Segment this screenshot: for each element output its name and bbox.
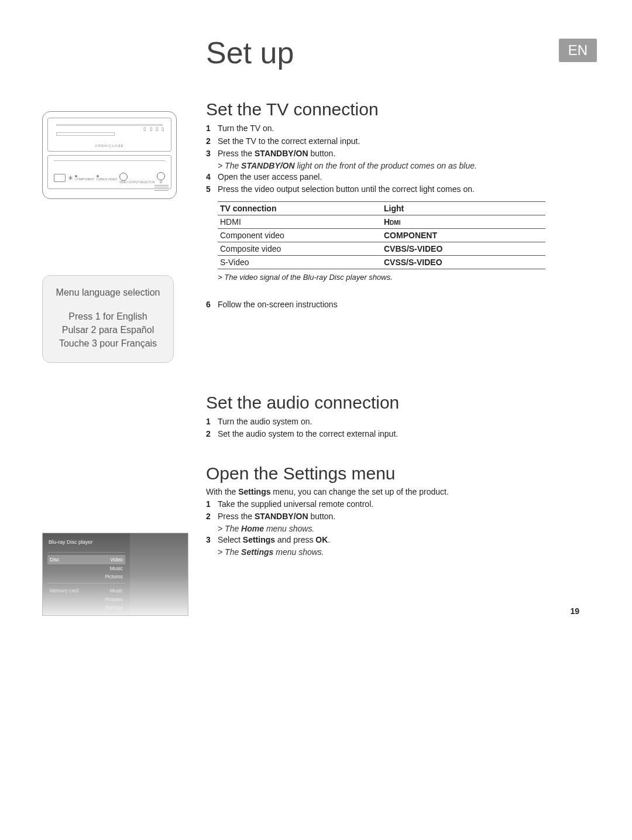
step-num: 1 — [206, 499, 218, 510]
flap-icon — [54, 174, 66, 182]
table-row: S-Video CVSS/S-VIDEO — [218, 255, 545, 269]
bluray-menu-screenshot: Blu-ray Disc player Disc Video Music Pic… — [42, 533, 188, 616]
step-num: 1 — [206, 123, 218, 135]
open-close-label: OPEN/CLOSE — [95, 144, 123, 148]
sun-icon: ✳ — [68, 174, 73, 182]
screen-disc: Disc — [50, 557, 60, 563]
vout-label: VIDEO OUTPUT SELECTION — [119, 181, 154, 184]
step-num: 3 — [206, 148, 218, 160]
step-num: 1 — [206, 416, 218, 428]
cvbs-label: CVBS/S-VIDEO — [97, 177, 118, 181]
tv-connection-table: TV connection Light HDMI Hdmi Component … — [218, 201, 545, 269]
screen-title: Blu-ray Disc player — [47, 537, 125, 550]
step-note: The Settings menu shows. — [218, 547, 579, 557]
settings-intro: With the Settings menu, you can change t… — [206, 487, 579, 496]
menu-lang-title: Menu language selection — [51, 287, 165, 298]
table-row: Component video COMPONENT — [218, 228, 545, 242]
tv-connection-heading: Set the TV connection — [206, 100, 579, 119]
step-text: Turn the TV on. — [218, 123, 274, 135]
step-num: 3 — [206, 534, 218, 546]
step-num: 6 — [206, 299, 218, 311]
component-label: COMPONENT — [75, 177, 94, 181]
table-head-light: Light — [382, 201, 545, 215]
screen-row-disc: Disc Video — [47, 555, 125, 564]
table-note: The video signal of the Blu-ray Disc pla… — [218, 273, 579, 282]
step-text: Select Settings and press OK. — [218, 534, 330, 546]
settings-menu-heading: Open the Settings menu — [206, 464, 579, 484]
step-text: Take the supplied universal remote contr… — [218, 499, 373, 510]
screen-settings: Settings — [47, 604, 125, 612]
screen-row-memcard: Memory card Music — [47, 586, 125, 595]
select-button-icon — [119, 173, 128, 181]
table-row: Composite video CVBS/S-VIDEO — [218, 242, 545, 255]
step-num: 4 — [206, 172, 218, 183]
menu-lang-es: Pulsar 2 para Español — [51, 323, 165, 337]
screen-music: Music — [47, 564, 125, 572]
menu-language-panel: Menu language selection Press 1 for Engl… — [42, 275, 174, 363]
screen-pictures: Pictures — [47, 572, 125, 581]
hand-lines-icon — [154, 185, 169, 191]
step-note: The STANDBY/ON light on the front of the… — [218, 161, 579, 170]
step-num: 5 — [206, 184, 218, 196]
step-text: Follow the on-screen instructions — [218, 299, 338, 311]
menu-lang-en: Press 1 for English — [51, 310, 165, 323]
screen-pictures2: Pictures — [47, 595, 125, 604]
step-text: Set the audio system to the correct exte… — [218, 428, 398, 440]
language-tag: EN — [559, 39, 597, 62]
ir-label: IR — [157, 180, 165, 184]
step-note: The Home menu shows. — [218, 524, 579, 533]
step-text: Set the TV to the correct external input… — [218, 136, 360, 148]
ir-button-icon — [157, 172, 165, 180]
screen-music2: Music — [110, 588, 123, 594]
screen-memcard: Memory card — [50, 588, 79, 594]
table-row: HDMI Hdmi — [218, 215, 545, 228]
step-text: Press the STANDBY/ON button. — [218, 511, 335, 523]
page-title: Set up — [206, 35, 294, 70]
menu-lang-fr: Touche 3 pour Français — [51, 337, 165, 350]
step-text: Turn the audio system on. — [218, 416, 312, 428]
table-head-conn: TV connection — [218, 201, 382, 215]
player-diagram: ▯ ▯ ▯ ▯ OPEN/CLOSE ✳ COMPONENT — [42, 111, 177, 199]
step-num: 2 — [206, 136, 218, 148]
step-num: 2 — [206, 511, 218, 523]
step-num: 2 — [206, 428, 218, 440]
page-number: 19 — [570, 606, 579, 616]
step-text: Press the video output selection button … — [218, 184, 475, 196]
step-text: Open the user access panel. — [218, 172, 322, 183]
screen-video: Video — [110, 557, 123, 563]
player-icons: ▯ ▯ ▯ ▯ — [143, 126, 165, 132]
audio-connection-heading: Set the audio connection — [206, 393, 579, 413]
step-text: Press the STANDBY/ON button. — [218, 148, 335, 160]
